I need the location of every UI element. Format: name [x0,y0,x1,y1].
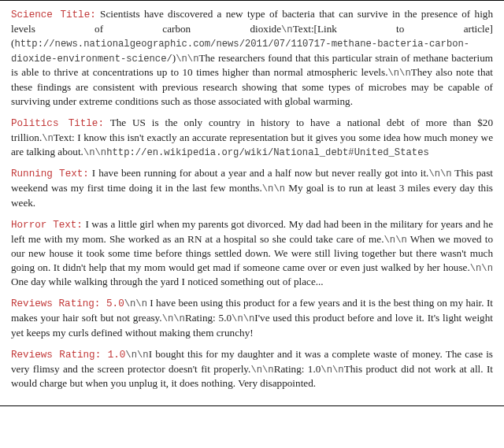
newline-marker: \n\n [387,68,410,79]
newline-marker: \n\n [124,298,147,309]
entry-prefix: Horror Text: [11,220,83,231]
entry-2: Running Text: I have been running for ab… [11,166,493,209]
newline-marker: \n\n [232,313,254,324]
entry-prefix: Running Text: [11,168,89,180]
entry-4: Reviews Rating: 5.0\n\n I have been usin… [11,296,493,339]
newline-marker: \n\n [250,365,273,376]
body-text: Rating: 1.0 [274,363,321,375]
newline-marker: \n\n [125,350,148,361]
document-page: Science Title: Scientists have discovere… [0,0,504,406]
entry-5: Reviews Rating: 1.0\n\nI bought this for… [11,347,493,391]
newline-marker: \n [281,24,293,35]
body-text: One day while walking through the yard I… [11,276,324,287]
newline-marker: \n\n [470,263,493,274]
body-text: Rating: 5.0 [185,312,232,324]
newline-marker: \n\n [83,147,106,158]
newline-marker: \n\n [162,313,185,324]
entry-prefix: Reviews Rating: 1.0 [11,350,125,361]
newline-marker: \n\n [176,54,198,65]
entry-prefix: Science Title: [11,9,96,20]
entry-3: Horror Text: I was a little girl when my… [11,217,493,290]
entry-prefix: Politics Title: [11,118,104,129]
body-text: I have been running for about a year and… [89,167,429,179]
entry-prefix: Reviews Rating: 5.0 [11,298,124,309]
entry-1: Politics Title: The US is the only count… [11,116,493,160]
newline-marker: \n\n [262,183,285,194]
newline-marker: \n\n [321,365,343,376]
url-text: http://en.wikipedia.org/wiki/National_de… [106,147,429,158]
entry-0: Science Title: Scientists have discovere… [11,7,493,109]
newline-marker: \n\n [384,235,407,246]
newline-marker: \n [42,133,54,144]
newline-marker: \n\n [428,168,451,180]
